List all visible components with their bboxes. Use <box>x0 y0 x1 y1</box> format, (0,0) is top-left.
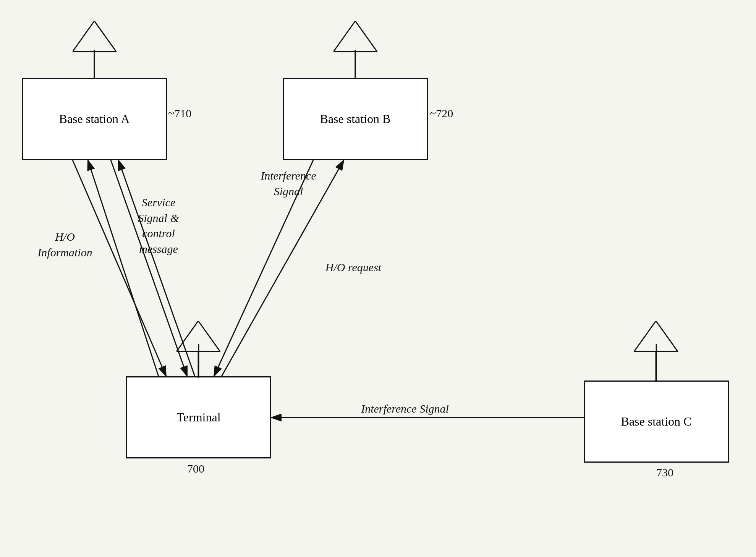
interference-signal-b-label: InterferenceSignal <box>244 168 332 199</box>
svg-marker-19 <box>634 321 678 351</box>
base-station-c-box: Base station C <box>584 381 729 463</box>
svg-marker-13 <box>73 21 116 52</box>
antenna-b-icon <box>333 21 377 80</box>
ref-720: ~720 <box>430 107 453 120</box>
ho-request-label: H/O request <box>306 260 401 275</box>
service-signal-label: ServiceSignal &controlmessage <box>115 195 202 257</box>
terminal-box: Terminal <box>126 376 271 458</box>
terminal-label: Terminal <box>176 410 220 426</box>
base-station-a-box: Base station A <box>22 78 167 160</box>
ref-730: 730 <box>656 466 673 479</box>
svg-marker-15 <box>333 21 377 52</box>
ref-700: 700 <box>187 462 204 475</box>
antenna-terminal-icon <box>176 321 220 380</box>
ref-710: ~710 <box>168 107 191 120</box>
antenna-c-icon <box>634 321 678 382</box>
svg-marker-17 <box>176 321 220 351</box>
diagram: Base station A ~710 Base station B ~720 … <box>0 0 756 557</box>
svg-line-2 <box>73 160 166 376</box>
base-station-b-box: Base station B <box>283 78 428 160</box>
antenna-a-icon <box>73 21 117 80</box>
base-station-a-label: Base station A <box>59 111 130 127</box>
svg-line-3 <box>88 160 159 376</box>
svg-line-4 <box>111 160 187 376</box>
interference-signal-c-label: Interference Signal <box>332 401 478 417</box>
base-station-c-label: Base station C <box>621 414 692 430</box>
base-station-b-label: Base station B <box>320 111 391 127</box>
ho-information-label: H/OInformation <box>27 229 103 260</box>
